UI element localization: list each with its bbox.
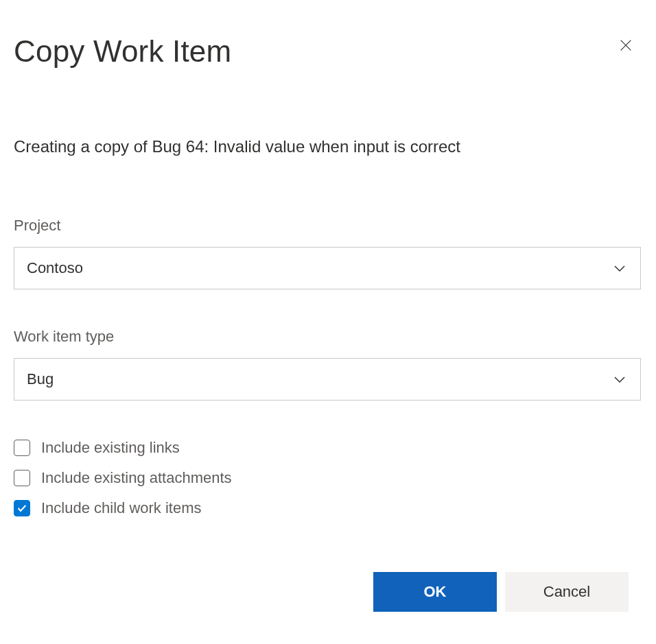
ok-button[interactable]: OK [373, 572, 497, 612]
include-links-checkbox[interactable]: Include existing links [14, 439, 642, 457]
work-item-type-value: Bug [27, 370, 611, 388]
checkbox-icon [14, 470, 30, 486]
chevron-down-icon [611, 371, 628, 387]
include-children-label: Include child work items [41, 499, 202, 517]
chevron-down-icon [611, 260, 628, 276]
check-icon [16, 503, 27, 514]
work-item-type-select[interactable]: Bug [14, 358, 641, 401]
include-attachments-checkbox[interactable]: Include existing attachments [14, 469, 642, 487]
include-links-label: Include existing links [41, 439, 180, 457]
checkbox-icon [14, 440, 30, 456]
project-field: Project Contoso [14, 217, 642, 289]
work-item-type-label: Work item type [14, 328, 642, 346]
project-select[interactable]: Contoso [14, 247, 641, 289]
dialog-subtitle: Creating a copy of Bug 64: Invalid value… [14, 137, 642, 156]
project-label: Project [14, 217, 642, 235]
include-children-checkbox[interactable]: Include child work items [14, 499, 642, 517]
dialog-title: Copy Work Item [14, 34, 642, 69]
checkbox-icon [14, 500, 30, 516]
include-attachments-label: Include existing attachments [41, 469, 232, 487]
copy-work-item-dialog: Copy Work Item Creating a copy of Bug 64… [14, 34, 642, 612]
close-button[interactable] [616, 36, 635, 55]
close-icon [618, 38, 633, 53]
cancel-button[interactable]: Cancel [505, 572, 629, 612]
options-list: Include existing links Include existing … [14, 439, 642, 517]
project-value: Contoso [27, 259, 611, 277]
work-item-type-field: Work item type Bug [14, 328, 642, 401]
dialog-buttons: OK Cancel [14, 572, 642, 612]
